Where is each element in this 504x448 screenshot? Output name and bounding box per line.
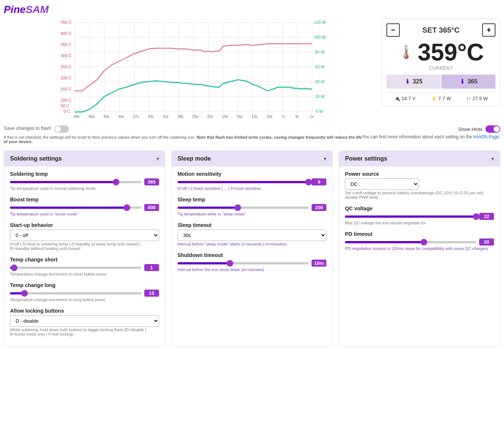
svg-text:1s: 1s <box>310 115 314 119</box>
svg-text:300 C: 300 C <box>61 53 72 58</box>
temp-change-long-value: 10 <box>144 290 159 297</box>
svg-text:7s: 7s <box>281 115 286 119</box>
pd-timeout-track[interactable] <box>345 241 476 243</box>
power-source-select[interactable]: DC <box>345 178 419 190</box>
soldering-temp-value: 365 <box>144 178 159 185</box>
svg-text:28s: 28s <box>178 115 184 119</box>
temp-increase-button[interactable]: + <box>482 23 495 37</box>
svg-text:49s: 49s <box>74 115 80 119</box>
sleep-timeout-item: Sleep timeout 30s Interval before "sleep… <box>178 222 327 246</box>
power-settings-title: Power settings <box>345 155 387 162</box>
sleep-mode-header[interactable]: Sleep mode ▾ <box>172 151 333 167</box>
boost-temp-track[interactable] <box>10 207 141 209</box>
pd-timeout-hint: PD negotiation timeout in 100ms steps fo… <box>345 246 494 251</box>
soldering-temp-track[interactable] <box>10 181 141 183</box>
boost-temp-slider-row: 400 <box>10 204 159 211</box>
sleep-temp-track[interactable] <box>178 207 309 209</box>
allow-locking-hint: While soldering, hold down both buttons … <box>10 327 159 336</box>
save-flash-slider <box>54 125 69 133</box>
svg-text:100 W: 100 W <box>314 35 326 39</box>
soldering-settings-body: Soldering temp 365 Tip temperature used … <box>4 167 165 347</box>
temp-change-long-hint: Temperature-change-increment on long but… <box>10 297 159 302</box>
hints-section: Show Hints You can find more information… <box>362 125 500 139</box>
sleep-timeout-hint: Interval before "sleep mode" starts (s=s… <box>178 242 327 246</box>
qc-voltage-item: QC voltage 22 Max QC voltage the iron sh… <box>345 205 494 225</box>
sleep-mode-title: Sleep mode <box>178 155 211 162</box>
thermometer-icon: 🌡️ <box>398 45 415 60</box>
temp-display-card: − SET 365°C + 🌡️ 359°C CURRENT 🌡 325 🌡 3… <box>382 19 500 106</box>
power-settings-body: Power source DC Set cutoff voltage to pr… <box>339 167 500 261</box>
temp-set-row: − SET 365°C + <box>386 23 495 37</box>
power-settings-chevron-icon: ▾ <box>491 156 494 162</box>
temp-change-short-hint: Temperature-change-increment on short bu… <box>10 272 159 276</box>
svg-text:200 C: 200 C <box>61 76 72 80</box>
current-temp-row: 🌡️ 359°C <box>386 40 495 64</box>
bolt-icon: ⚡ <box>431 96 437 101</box>
temp-change-long-item: Temp change long 10 Temperature-change-i… <box>10 282 159 302</box>
show-hints-toggle[interactable] <box>485 125 500 133</box>
sleep-mode-chevron-icon: ▾ <box>324 156 326 162</box>
temp-preset-2-button[interactable]: 🌡 365 <box>441 75 495 89</box>
startup-behavior-select[interactable]: 0 - off <box>10 230 159 241</box>
temp-decrease-button[interactable]: − <box>386 23 400 37</box>
power-settings-header[interactable]: Power settings ▾ <box>339 151 500 167</box>
thermometer-small-1: 🌡 <box>405 78 411 85</box>
svg-text:40 W: 40 W <box>315 79 325 84</box>
soldering-temp-hint: Tip temperature used in normal soldering… <box>10 186 159 191</box>
shutdown-timeout-label: Shutdown timeout <box>178 252 327 258</box>
pd-timeout-value: 30 <box>479 238 494 246</box>
startup-behavior-label: Start-up behavior <box>10 222 159 228</box>
preset-2-value: 365 <box>468 78 478 85</box>
svg-text:450 C: 450 C <box>61 20 72 24</box>
motion-sensitivity-track[interactable] <box>178 181 309 183</box>
sleep-temp-hint: Tip temperature while in "sleep mode" <box>178 212 327 216</box>
pd-timeout-label: PD timeout <box>345 231 494 237</box>
temp-change-short-track[interactable] <box>10 267 141 269</box>
svg-text:150 C: 150 C <box>61 87 72 91</box>
qc-voltage-slider-row: 22 <box>345 213 494 220</box>
power-source-item: Power source DC Set cutoff voltage to pr… <box>345 171 494 200</box>
svg-text:40s: 40s <box>118 115 124 119</box>
motion-sensitivity-item: Motion sensitivity 9 0=off | 1=least sen… <box>178 171 327 191</box>
boost-temp-hint: Tip temperature used in "boost mode" <box>10 212 159 216</box>
shutdown-timeout-track[interactable] <box>178 262 309 264</box>
svg-text:100 C: 100 C <box>61 98 72 102</box>
soldering-temp-label: Soldering temp <box>10 171 159 177</box>
motion-sensitivity-hint: 0=off | 1=least sensitive | ... | 9=most… <box>178 186 327 191</box>
temp-change-short-item: Temp change short 1 Temperature-change-i… <box>10 257 159 276</box>
sleep-timeout-select[interactable]: 30s <box>178 230 327 241</box>
temp-change-long-track[interactable] <box>10 292 141 294</box>
save-flash-label: Save changes to flash <box>4 125 51 131</box>
pd-timeout-slider-row: 30 <box>345 238 494 246</box>
temp-preset-1-button[interactable]: 🌡 325 <box>386 75 441 89</box>
current-temp-value: 359°C <box>418 40 484 64</box>
shutdown-timeout-slider-row: 10m <box>178 260 327 267</box>
svg-text:250 C: 250 C <box>61 65 72 69</box>
allow-locking-select[interactable]: D - disable <box>10 315 159 327</box>
save-flash-toggle[interactable] <box>54 125 69 133</box>
ironos-link[interactable]: IronOS Page <box>473 134 499 139</box>
title-sam: SAM <box>26 4 49 15</box>
startup-behavior-hint: 0=off | S=heat to soldering temp | Z=sta… <box>10 242 159 251</box>
temp-change-long-slider-row: 10 <box>10 290 159 297</box>
temp-change-long-label: Temp change long <box>10 282 159 288</box>
show-hints-slider <box>485 125 500 133</box>
temp-change-short-label: Temp change short <box>10 257 159 263</box>
pd-timeout-item: PD timeout 30 PD negotiation timeout in … <box>345 231 494 251</box>
qc-voltage-hint: Max QC voltage the iron should negotiate… <box>345 221 494 225</box>
svg-text:4s: 4s <box>295 115 299 119</box>
settings-grid: Soldering settings ▾ Soldering temp 365 … <box>4 151 500 347</box>
svg-text:19s: 19s <box>222 115 228 119</box>
svg-text:10s: 10s <box>267 115 273 119</box>
qc-voltage-track[interactable] <box>345 215 476 218</box>
soldering-chevron-icon: ▾ <box>157 156 159 162</box>
motion-sensitivity-label: Motion sensitivity <box>178 171 327 177</box>
stat-wattage: ↑↑ 27.5 W <box>466 96 488 101</box>
sleep-mode-body: Motion sensitivity 9 0=off | 1=least sen… <box>172 167 333 282</box>
sleep-temp-slider-row: 209 <box>178 204 327 211</box>
sleep-temp-value: 209 <box>312 204 326 211</box>
soldering-temp-slider-row: 365 <box>10 178 159 185</box>
sleep-temp-item: Sleep temp 209 Tip temperature while in … <box>178 197 327 216</box>
qc-voltage-value: 22 <box>479 213 494 220</box>
soldering-settings-header[interactable]: Soldering settings ▾ <box>4 151 165 167</box>
